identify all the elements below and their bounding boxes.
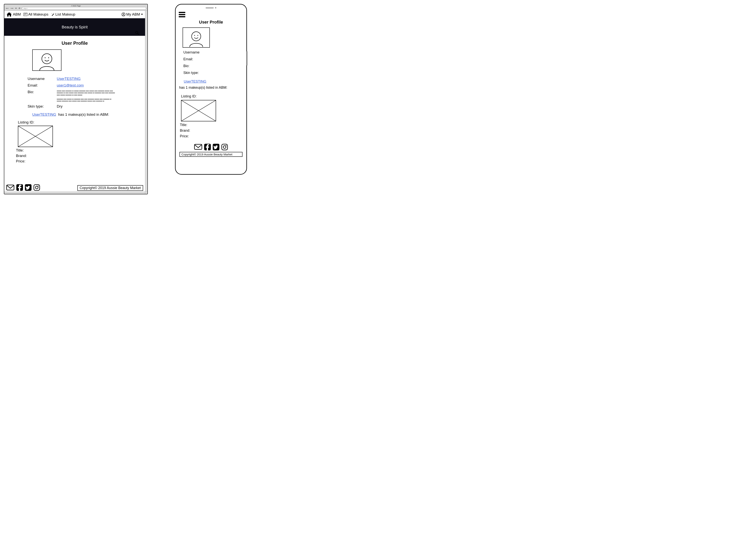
nav-stop-icon[interactable]: ✕ <box>15 7 17 10</box>
page-footer: Copyright© 2019 Aussie Beauty Market <box>4 183 145 192</box>
horizontal-scrollbar[interactable] <box>4 192 145 194</box>
hamburger-menu-button[interactable] <box>179 12 185 17</box>
nav-my-abm-label: My ABM <box>126 12 140 17</box>
url-input[interactable]: http:// <box>22 7 146 10</box>
value-email-link[interactable]: user1@test.com <box>57 83 84 87</box>
phone-copyright-text: Copyright© 2019 Aussie Beauty Market <box>180 152 243 157</box>
nav-back-icon[interactable]: ⟸ <box>5 7 9 10</box>
twitter-icon[interactable] <box>25 184 32 191</box>
svg-point-30 <box>223 146 226 148</box>
phone-side-button <box>247 51 248 66</box>
svg-point-8 <box>136 31 138 34</box>
svg-point-19 <box>35 186 38 189</box>
phone-facebook-icon[interactable] <box>204 144 211 150</box>
listing-id-label: Listing ID: <box>18 120 132 124</box>
svg-point-31 <box>226 145 227 146</box>
svg-point-4 <box>54 13 54 13</box>
svg-point-21 <box>192 32 201 41</box>
listing-sentence: UserTESTING has 1 makeup(s) listed in AB… <box>32 112 132 117</box>
label-skin-type: Skin type: <box>28 104 57 109</box>
mail-icon[interactable] <box>6 184 14 191</box>
value-username-link[interactable]: UserTESTING <box>57 77 81 81</box>
instagram-icon[interactable] <box>33 184 40 191</box>
phone-twitter-icon[interactable] <box>213 144 219 150</box>
copyright-text: Copyright© 2019 Aussie Beauty Market <box>77 185 143 191</box>
phone-label-bio: Bio: <box>183 64 244 68</box>
value-skin-type: Dry <box>57 104 132 109</box>
nav-list-makeup[interactable]: List Makeup <box>51 12 75 17</box>
user-circle-icon <box>122 12 125 16</box>
svg-point-11 <box>45 57 46 58</box>
label-email: Email: <box>28 83 57 88</box>
news-icon <box>24 13 27 16</box>
nav-all-makeups[interactable]: All Makeups <box>24 12 48 17</box>
listing-sentence-rest: has 1 makeup(s) listed in ABM: <box>58 112 109 117</box>
phone-mail-icon[interactable] <box>194 144 202 150</box>
avatar-placeholder <box>32 49 61 71</box>
phone-listing-brand-label: Brand: <box>180 129 244 133</box>
phone-frame: User Profile Username Email: Bio: Skin t… <box>175 4 247 175</box>
svg-rect-18 <box>34 185 40 190</box>
vertical-scrollbar[interactable] <box>145 11 147 192</box>
nav-all-makeups-label: All Makeups <box>28 12 48 17</box>
url-placeholder: http:// <box>24 8 27 9</box>
nav-reload-icon[interactable]: ⟳ <box>18 7 21 10</box>
nav-my-abm[interactable]: My ABM <box>122 12 143 17</box>
svg-rect-29 <box>222 144 228 150</box>
phone-username-link[interactable]: UserTESTING <box>184 80 206 83</box>
svg-point-5 <box>52 13 52 14</box>
phone-page-title: User Profile <box>178 20 244 25</box>
listing-thumbnail-placeholder[interactable] <box>18 126 53 147</box>
listing-price-label: Price: <box>16 159 132 163</box>
label-username: Username <box>28 77 57 81</box>
browser-window-title: A Web Page <box>5 5 146 7</box>
phone-listing-price-label: Price: <box>180 134 244 138</box>
svg-rect-26 <box>195 144 202 149</box>
svg-rect-0 <box>24 13 27 16</box>
phone-listing-thumbnail-placeholder[interactable] <box>181 100 216 121</box>
label-bio: Bio: <box>28 90 57 94</box>
svg-point-12 <box>48 57 49 58</box>
listing-brand-label: Brand: <box>16 154 132 158</box>
phone-label-skin-type: Skin type: <box>183 71 244 75</box>
value-bio: ▬▬▬ ▬▬ ▬▬▬▬ ▬ ▬▬▬ ▬▬▬▬ ▬▬ ▬▬▬ ▬▬ ▬▬▬▬ ▬▬… <box>57 90 115 102</box>
phone-listing-id-label: Listing ID: <box>181 94 244 98</box>
listing-title-label: Title: <box>16 148 132 152</box>
phone-avatar-placeholder <box>183 27 210 48</box>
page-title: User Profile <box>4 40 145 46</box>
svg-point-22 <box>194 35 195 36</box>
phone-listing-title-label: Title: <box>180 123 244 127</box>
browser-window: A Web Page ⟸ ⟹ ✕ ⟳ http:// <box>4 4 148 194</box>
hero-tagline: Beauty is Spirit <box>62 25 88 29</box>
browser-chrome: A Web Page ⟸ ⟹ ✕ ⟳ http:// <box>4 4 147 11</box>
phone-screen: User Profile Username Email: Bio: Skin t… <box>178 10 244 172</box>
phone-listing-sentence: has 1 makeup(s) listed in ABM: <box>179 86 244 90</box>
search-icon[interactable] <box>135 31 139 35</box>
page-content: ABM All Makeups List Makeup <box>4 11 145 192</box>
hero-banner: Beauty is Spirit <box>4 18 145 36</box>
nav-list-makeup-label: List Makeup <box>55 12 75 17</box>
svg-line-9 <box>138 33 139 35</box>
caret-down-icon <box>141 13 143 15</box>
facebook-icon[interactable] <box>16 184 23 191</box>
scroll-corner <box>145 192 147 194</box>
home-icon <box>6 12 12 17</box>
brand-home-link[interactable]: ABM <box>6 12 21 17</box>
phone-instagram-icon[interactable] <box>221 144 228 150</box>
svg-point-7 <box>123 13 124 15</box>
phone-label-email: Email: <box>183 57 244 61</box>
svg-point-20 <box>38 186 39 186</box>
listing-sentence-user-link[interactable]: UserTESTING <box>32 112 56 117</box>
navbar: ABM All Makeups List Makeup <box>4 11 145 18</box>
svg-point-10 <box>42 54 52 64</box>
phone-notch <box>176 6 246 9</box>
svg-rect-15 <box>7 185 14 190</box>
svg-point-23 <box>197 35 198 36</box>
brand-text: ABM <box>13 12 21 17</box>
wand-icon <box>51 13 55 16</box>
phone-label-username: Username <box>183 50 244 54</box>
nav-forward-icon[interactable]: ⟹ <box>10 7 14 10</box>
